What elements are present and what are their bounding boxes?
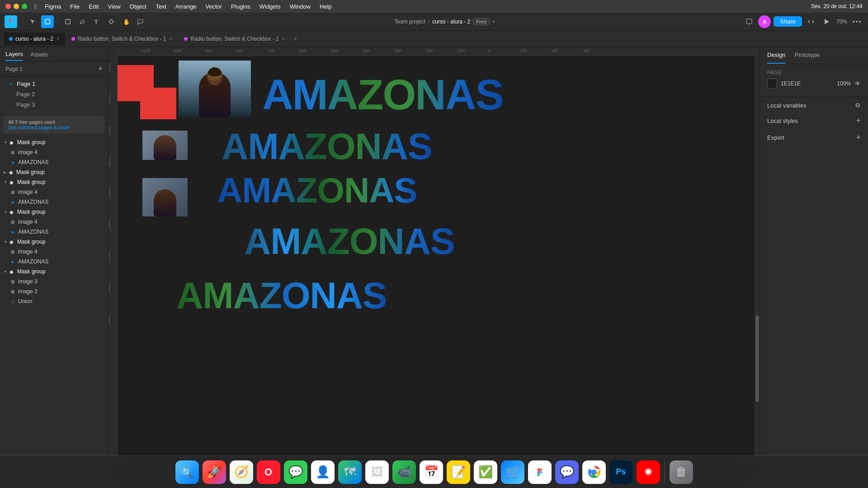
menu-view[interactable]: View: [105, 3, 123, 10]
tab-1-close[interactable]: ✕: [56, 36, 60, 41]
tab-1[interactable]: curso - alura - 2 ✕: [4, 33, 65, 45]
dock-photos[interactable]: 🖼: [365, 460, 389, 484]
layer-image2[interactable]: ⊞ image 2: [0, 286, 108, 296]
zoom-icon[interactable]: 70%: [835, 15, 848, 28]
get-unlimited-link[interactable]: Get unlimited pages & more: [8, 125, 100, 130]
layer-mask-group-2[interactable]: ▶ ◉ Mask group: [0, 167, 108, 177]
add-local-style-button[interactable]: +: [856, 116, 861, 126]
more-options-icon[interactable]: •••: [851, 15, 863, 28]
move-tool[interactable]: [27, 15, 39, 28]
canvas-photo-thumb-2[interactable]: [142, 178, 188, 216]
tab-2[interactable]: Radio button, Switch & Checkbox - 1 ✕: [66, 33, 178, 45]
layer-mask-group-1[interactable]: ▼ ◉ Mask group: [0, 137, 108, 147]
layer-mask-group-5[interactable]: ▼ ◉ Mask group: [0, 237, 108, 247]
menu-edit[interactable]: Edit: [86, 3, 101, 10]
dock-calendar[interactable]: 📅: [420, 460, 443, 484]
pen-tool[interactable]: [76, 15, 89, 28]
tab-2-close[interactable]: ✕: [169, 36, 172, 41]
dock-trash[interactable]: 🗑: [670, 460, 693, 484]
add-export-button[interactable]: +: [856, 133, 861, 142]
project-name[interactable]: curso - alura - 2: [432, 19, 470, 25]
layer-mask-group-6[interactable]: ▼ ◉ Mask group: [0, 267, 108, 277]
dock-opera[interactable]: O: [257, 460, 280, 484]
dock-launchpad[interactable]: 🚀: [203, 460, 226, 484]
layer-image4-3[interactable]: ⊞ image 4: [0, 187, 108, 197]
present-icon[interactable]: [743, 15, 755, 28]
share-button[interactable]: Share: [774, 16, 802, 27]
menu-arrange[interactable]: Arrange: [173, 3, 199, 10]
frame-tool[interactable]: [41, 15, 54, 28]
canvas-amazonas-2[interactable]: AMAZONAS: [222, 124, 484, 166]
dock-photoshop[interactable]: Ps: [609, 460, 633, 484]
menu-file[interactable]: File: [67, 3, 82, 10]
dock-contacts[interactable]: 👤: [311, 460, 335, 484]
prototype-tab[interactable]: Prototype: [794, 47, 820, 64]
layer-amazonas-3[interactable]: ● AMAZONAS: [0, 197, 108, 207]
layer-amazonas-4[interactable]: ● AMAZONAS: [0, 227, 108, 237]
layer-union[interactable]: ⬡ Union: [0, 296, 108, 306]
close-button[interactable]: [5, 4, 11, 9]
rectangle-tool[interactable]: [61, 15, 74, 28]
tab-3[interactable]: Radio button, Switch & Checkbox - 1 ✕: [179, 33, 290, 45]
figma-logo[interactable]: [5, 15, 17, 28]
menu-widgets[interactable]: Widgets: [257, 3, 283, 10]
component-tool[interactable]: [105, 15, 118, 28]
layer-amazonas-5[interactable]: ● AMAZONAS: [0, 257, 108, 267]
menu-plugins[interactable]: Plugins: [228, 3, 253, 10]
code-view-icon[interactable]: [805, 15, 817, 28]
canvas-photo-thumb-1[interactable]: [142, 131, 188, 160]
page-item-2[interactable]: Page 2: [0, 89, 108, 99]
canvas-amazonas-1[interactable]: AMAZONAS: [262, 70, 552, 116]
canvas-red-shape[interactable]: [118, 65, 176, 121]
menu-text[interactable]: Text: [153, 3, 169, 10]
page-color-swatch[interactable]: [767, 79, 777, 89]
add-tab-button[interactable]: +: [292, 35, 299, 43]
apple-menu[interactable]: : [34, 3, 37, 10]
dock-reminders[interactable]: ✅: [474, 460, 497, 484]
menu-vector[interactable]: Vector: [203, 3, 225, 10]
dock-appstore[interactable]: 🛒: [501, 460, 524, 484]
layers-tab[interactable]: Layers: [5, 51, 23, 61]
assets-tab[interactable]: Assets: [30, 51, 48, 61]
dock-discord[interactable]: 💬: [555, 460, 579, 484]
design-tab[interactable]: Design: [767, 47, 785, 64]
menu-window[interactable]: Window: [287, 3, 313, 10]
comment-tool[interactable]: [134, 15, 146, 28]
layer-image3[interactable]: ⊞ image 3: [0, 277, 108, 286]
dock-safari[interactable]: 🧭: [230, 460, 253, 484]
add-page-button[interactable]: +: [98, 64, 103, 74]
page-item-1[interactable]: ✓ Page 1: [0, 79, 108, 89]
menu-figma[interactable]: Figma: [42, 3, 64, 10]
free-badge[interactable]: Free: [473, 18, 490, 25]
hand-tool[interactable]: ✋: [119, 15, 132, 28]
v-scrollbar-thumb[interactable]: [755, 315, 759, 402]
page-item-3[interactable]: Page 3: [0, 99, 108, 110]
dock-maps[interactable]: 🗺: [338, 460, 362, 484]
fullscreen-button[interactable]: [22, 4, 27, 9]
dock-figma[interactable]: [528, 460, 552, 484]
play-icon[interactable]: [820, 15, 833, 28]
layer-mask-group-4[interactable]: ▼ ◉ Mask group: [0, 207, 108, 217]
dock-facetime[interactable]: 📹: [392, 460, 416, 484]
tab-3-close[interactable]: ✕: [282, 36, 285, 41]
text-tool[interactable]: T: [90, 15, 103, 28]
dock-notes[interactable]: 📝: [447, 460, 470, 484]
minimize-button[interactable]: [14, 4, 19, 9]
visibility-toggle[interactable]: 👁: [854, 80, 861, 87]
menu-object[interactable]: Object: [127, 3, 150, 10]
canvas-amazonas-4[interactable]: AMAZONAS: [244, 219, 506, 260]
dock-messages[interactable]: 💬: [284, 460, 307, 484]
menu-help[interactable]: Help: [317, 3, 335, 10]
layer-image4-5[interactable]: ⊞ image 4: [0, 247, 108, 257]
canvas-amazonas-3[interactable]: AMAZONAS: [217, 169, 470, 209]
vertical-scrollbar[interactable]: [754, 56, 760, 488]
layer-image4-4[interactable]: ⊞ image 4: [0, 217, 108, 227]
canvas-amazonas-5[interactable]: AMAZONAS: [176, 273, 429, 314]
dock-creative-cloud[interactable]: ✺: [637, 460, 660, 484]
local-variables-settings-icon[interactable]: ⚙: [855, 102, 861, 109]
layer-mask-group-3[interactable]: ▼ ◉ Mask group: [0, 177, 108, 187]
canvas-area[interactable]: -1100 -1000 -900 -800 -700 -600 -500 -40…: [108, 47, 760, 488]
dock-chrome[interactable]: [582, 460, 606, 484]
canvas-photo-woman[interactable]: [179, 61, 251, 117]
layer-amazonas-1[interactable]: ● AMAZONAS: [0, 157, 108, 167]
